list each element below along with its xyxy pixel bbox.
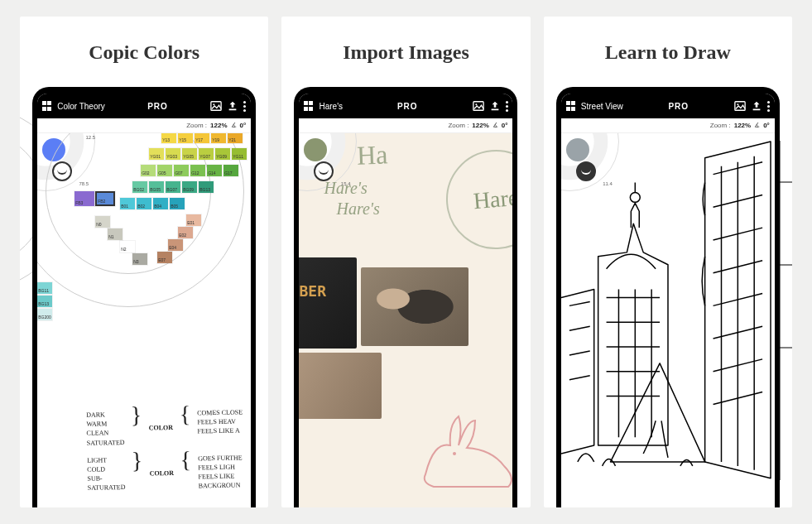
grid-icon[interactable] [42, 101, 52, 111]
panel-title: Import Images [343, 41, 469, 64]
zoom-value: 122% [210, 122, 227, 129]
share-icon[interactable] [751, 100, 762, 112]
share-icon[interactable] [227, 100, 238, 112]
swatch[interactable]: N0 [95, 216, 110, 228]
doc-title: Street View [581, 102, 623, 111]
pro-badge[interactable]: PRO [668, 102, 689, 111]
zoom-value: 122% [472, 122, 488, 129]
swatch[interactable]: Y17 [195, 133, 209, 143]
swatch[interactable]: BG07 [166, 181, 180, 193]
imported-image[interactable] [361, 267, 468, 346]
swatch[interactable]: YG01 [149, 148, 164, 160]
imported-image[interactable] [299, 257, 357, 349]
swatch[interactable]: B05 [170, 198, 185, 209]
swatch[interactable]: E02 [178, 227, 193, 238]
swatch[interactable]: FB3 [74, 191, 94, 206]
share-icon[interactable] [489, 100, 501, 112]
swatch[interactable]: BG13 [199, 181, 214, 193]
swatch[interactable]: BG11 [37, 282, 52, 294]
pro-badge[interactable]: PRO [397, 102, 418, 111]
grid-icon[interactable] [304, 101, 314, 111]
swatch[interactable]: BG200 [37, 309, 52, 320]
more-icon[interactable] [767, 101, 770, 112]
handwriting-text: Ha [357, 139, 389, 171]
swatch[interactable]: BG02 [132, 181, 147, 193]
image-icon[interactable] [210, 100, 222, 112]
zoom-bar: Zoom : 122% ∡ 0° [561, 118, 775, 133]
panel-copic-colors: Copic Colors Color Theory PRO [20, 17, 268, 507]
swatch[interactable]: N1 [108, 228, 123, 240]
phone-frame: Street View PRO Zoom : 122% ∡ 0° [556, 87, 780, 507]
phone-screen: Street View PRO Zoom : 122% ∡ 0° [561, 94, 775, 507]
pro-badge[interactable]: PRO [147, 102, 168, 111]
swatch[interactable]: N2 [120, 241, 135, 252]
swatch[interactable]: YG07 [199, 148, 214, 160]
handwriting-text: Hare's [324, 179, 367, 198]
angle-value: 0° [240, 122, 247, 129]
street-view-sketch [561, 133, 775, 495]
grid-icon[interactable] [566, 101, 576, 111]
zoom-bar: Zoom : 122% ∡ 0° [37, 118, 251, 133]
swatch[interactable]: G12 [190, 165, 205, 176]
swatch[interactable]: YG05 [182, 148, 197, 160]
swatch[interactable]: B04 [153, 198, 168, 209]
swatch[interactable]: G02 [141, 165, 156, 176]
angle-value: 0° [502, 122, 508, 129]
panel-learn-to-draw: Learn to Draw Street View PRO Zo [544, 17, 792, 507]
drawing-canvas[interactable]: 12.5 78.5 Y13 Y15 Y17 Y19 Y21 [37, 133, 251, 507]
image-icon[interactable] [734, 100, 746, 112]
copic-color-wheel[interactable]: Y13 Y15 Y17 Y19 Y21 YG01 YG03 YG05 YG07 … [62, 133, 251, 373]
swatch[interactable]: Y19 [211, 133, 226, 143]
app-toolbar: Street View PRO [561, 94, 775, 118]
swatch-selected[interactable]: FB2 [95, 191, 115, 206]
svg-point-10 [737, 103, 738, 105]
swatch[interactable]: Y15 [178, 133, 193, 143]
app-toolbar: Color Theory PRO [37, 94, 251, 118]
swatch[interactable]: YG03 [166, 148, 180, 160]
handwriting-logo-circle: Hare [442, 146, 512, 253]
drawing-canvas[interactable]: 15.4 Ha Hare's Hare's Hare [299, 133, 512, 507]
swatch[interactable]: G05 [157, 165, 172, 176]
swatch[interactable]: BG13 [37, 296, 52, 307]
phone-frame: Hare's PRO Zoom : 122% ∡ 0° [294, 87, 517, 507]
swatch[interactable]: B02 [137, 198, 151, 209]
swatch[interactable]: E04 [168, 239, 183, 251]
swatch[interactable]: B01 [120, 198, 135, 209]
svg-rect-7 [491, 109, 498, 111]
swatch[interactable]: Y13 [161, 133, 176, 143]
image-icon[interactable] [473, 100, 484, 112]
svg-rect-11 [752, 109, 760, 111]
panel-import-images: Import Images Hare's PRO Zoom : 122% ∡ [281, 17, 530, 507]
app-toolbar: Hare's PRO [299, 94, 512, 118]
more-icon[interactable] [243, 101, 246, 112]
zoom-label: Zoom : [448, 122, 468, 129]
swatch[interactable]: E07 [157, 252, 172, 263]
swatch[interactable]: N3 [132, 253, 147, 265]
angle-icon: ∡ [754, 122, 760, 129]
phone-frame: Color Theory PRO Zoom : 122% ∡ 0° [32, 87, 256, 507]
hare-sketch [417, 408, 512, 491]
more-icon[interactable] [506, 101, 508, 112]
swatch[interactable]: G17 [223, 165, 238, 176]
angle-icon: ∡ [231, 122, 237, 129]
angle-value: 0° [763, 122, 770, 129]
swatch[interactable]: YG11 [232, 148, 247, 160]
panel-title: Copic Colors [89, 41, 199, 64]
imported-image[interactable] [299, 353, 382, 419]
color-theory-notes: DARK WARM CLEAN SATURATED } COLOR { COME… [86, 407, 251, 501]
swatch[interactable]: G14 [207, 165, 222, 176]
swatch[interactable]: BG09 [182, 181, 197, 193]
swatch[interactable]: BG05 [149, 181, 164, 193]
drawing-canvas[interactable]: 11.4 [561, 133, 775, 507]
swatch[interactable]: G07 [174, 165, 189, 176]
zoom-label: Zoom : [186, 122, 207, 129]
zoom-value: 122% [734, 122, 751, 129]
svg-point-6 [475, 103, 477, 105]
svg-point-8 [453, 452, 456, 455]
swatch[interactable]: YG09 [215, 148, 230, 160]
brush-preview-icon [319, 168, 329, 175]
svg-rect-4 [229, 109, 237, 111]
swatch[interactable]: Y21 [228, 133, 243, 143]
swatch[interactable]: E01 [186, 214, 201, 226]
svg-point-3 [213, 103, 214, 105]
